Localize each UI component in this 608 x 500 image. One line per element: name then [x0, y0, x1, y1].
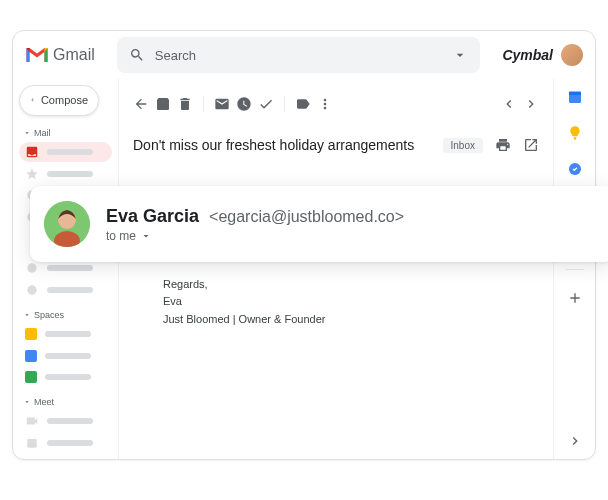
user-avatar[interactable]: [561, 44, 583, 66]
caret-down-icon: [23, 398, 31, 406]
sender-email: <egarcia@justbloomed.co>: [209, 208, 404, 226]
sidebar: Compose Mail: [13, 79, 119, 459]
video-icon: [25, 414, 39, 428]
svg-rect-6: [569, 92, 581, 95]
snooze-icon[interactable]: [236, 96, 252, 112]
search-placeholder: Search: [155, 48, 443, 63]
email-subject: Don't miss our freshest holiday arrangem…: [133, 137, 431, 153]
mark-unread-icon[interactable]: [214, 96, 230, 112]
open-new-icon[interactable]: [523, 137, 539, 153]
delete-icon[interactable]: [177, 96, 193, 112]
svg-point-7: [573, 137, 576, 140]
chevron-down-icon[interactable]: [452, 47, 468, 63]
compose-button[interactable]: Compose: [19, 85, 99, 116]
svg-point-3: [27, 285, 36, 294]
inbox-badge[interactable]: Inbox: [443, 138, 483, 153]
space-icon: [25, 350, 37, 362]
org-name: Cymbal: [502, 47, 553, 63]
search-icon: [129, 47, 145, 63]
compose-label: Compose: [41, 94, 88, 106]
svg-rect-4: [27, 439, 36, 448]
archive-icon[interactable]: [155, 96, 171, 112]
sidebar-item-starred[interactable]: [19, 164, 112, 184]
inbox-icon: [25, 145, 39, 159]
tasks-panel-icon[interactable]: [567, 161, 583, 177]
plus-icon: [30, 92, 35, 108]
print-icon[interactable]: [495, 137, 511, 153]
add-task-icon[interactable]: [258, 96, 274, 112]
brand-text: Gmail: [53, 46, 95, 64]
section-spaces[interactable]: Spaces: [19, 308, 112, 322]
circle-icon: [25, 261, 39, 275]
add-panel-icon[interactable]: [567, 290, 583, 306]
regards: Regards,: [163, 276, 509, 294]
sidebar-meet-item[interactable]: [19, 411, 112, 431]
sender-card: Eva Garcia <egarcia@justbloomed.co> to m…: [30, 186, 608, 262]
calendar-panel-icon[interactable]: [567, 89, 583, 105]
sig-name: Eva: [163, 293, 509, 311]
gmail-m-icon: [25, 46, 49, 64]
caret-down-icon: [23, 311, 31, 319]
svg-point-2: [27, 263, 36, 272]
side-panel: [553, 79, 595, 459]
email-toolbar: [133, 89, 539, 119]
chevron-right-icon[interactable]: [567, 433, 583, 449]
sidebar-space-item[interactable]: [19, 346, 112, 366]
sig-title: Just Bloomed | Owner & Founder: [163, 311, 509, 329]
sidebar-item-generic[interactable]: [19, 280, 112, 300]
label-icon[interactable]: [295, 96, 311, 112]
space-icon: [25, 328, 37, 340]
recipient-text: to me: [106, 229, 136, 243]
back-icon[interactable]: [133, 96, 149, 112]
gmail-logo: Gmail: [25, 46, 95, 64]
star-icon: [25, 167, 39, 181]
space-icon: [25, 371, 37, 383]
sender-avatar[interactable]: [44, 201, 90, 247]
circle-icon: [25, 283, 39, 297]
next-icon[interactable]: [523, 96, 539, 112]
section-mail[interactable]: Mail: [19, 126, 112, 140]
sidebar-item-inbox[interactable]: [19, 142, 112, 162]
section-meet[interactable]: Meet: [19, 395, 112, 409]
chevron-down-icon[interactable]: [140, 230, 152, 242]
calendar-icon: [25, 436, 39, 450]
caret-down-icon: [23, 129, 31, 137]
sidebar-space-item[interactable]: [19, 368, 112, 388]
more-icon[interactable]: [317, 96, 333, 112]
keep-panel-icon[interactable]: [567, 125, 583, 141]
sidebar-space-item[interactable]: [19, 324, 112, 344]
search-input[interactable]: Search: [117, 37, 481, 73]
sidebar-meet-item[interactable]: [19, 433, 112, 453]
prev-icon[interactable]: [501, 96, 517, 112]
sender-name: Eva Garcia: [106, 206, 199, 227]
